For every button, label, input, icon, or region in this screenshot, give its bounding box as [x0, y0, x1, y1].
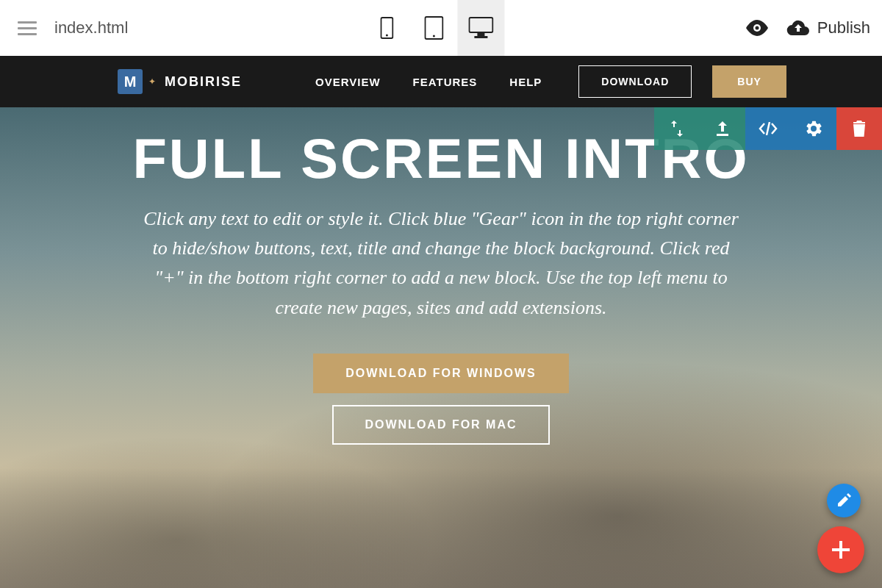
code-block-button[interactable] [745, 107, 791, 150]
fab-add-button[interactable] [817, 526, 864, 573]
svg-rect-6 [474, 36, 487, 38]
nav-link-help[interactable]: HELP [509, 76, 542, 88]
publish-label: Publish [817, 18, 870, 37]
block-toolbar [654, 107, 882, 150]
nav-links: OVERVIEW FEATURES HELP [315, 76, 542, 88]
svg-rect-5 [477, 32, 484, 36]
toolbar-right: Publish [745, 18, 870, 37]
hero-button-group: DOWNLOAD FOR WINDOWS DOWNLOAD FOR MAC [313, 354, 569, 445]
device-toggle-group [363, 0, 504, 56]
save-block-button[interactable] [700, 107, 745, 150]
device-tablet-button[interactable] [410, 0, 457, 56]
svg-point-3 [433, 35, 435, 37]
cloud-upload-icon [786, 19, 810, 37]
device-phone-button[interactable] [363, 0, 410, 56]
hero-description[interactable]: Click any text to edit or style it. Clic… [140, 204, 742, 323]
svg-rect-10 [832, 548, 850, 551]
menu-button[interactable] [12, 15, 43, 41]
fab-edit-button[interactable] [827, 484, 861, 517]
svg-point-1 [386, 35, 388, 37]
logo-rays-icon: ✦ [148, 76, 156, 87]
download-mac-button[interactable]: DOWNLOAD FOR MAC [332, 405, 549, 445]
logo-mark-icon: M [118, 69, 143, 94]
delete-block-button[interactable] [836, 107, 882, 150]
nav-download-button[interactable]: DOWNLOAD [578, 65, 692, 98]
svg-point-8 [755, 26, 759, 30]
svg-rect-4 [469, 18, 492, 32]
filename-label[interactable]: index.html [54, 18, 128, 37]
pencil-icon [836, 493, 851, 508]
site-navbar: M ✦ MOBIRISE OVERVIEW FEATURES HELP DOWN… [0, 56, 882, 107]
nav-link-features[interactable]: FEATURES [413, 76, 478, 88]
nav-link-overview[interactable]: OVERVIEW [315, 76, 381, 88]
hero-block: FULL SCREEN INTRO Click any text to edit… [0, 107, 882, 588]
device-desktop-button[interactable] [457, 0, 504, 56]
brand-logo[interactable]: M ✦ MOBIRISE [118, 69, 242, 94]
nav-buy-button[interactable]: BUY [712, 65, 786, 98]
settings-block-button[interactable] [791, 107, 836, 150]
preview-button[interactable] [745, 20, 769, 36]
publish-button[interactable]: Publish [786, 18, 870, 37]
download-windows-button[interactable]: DOWNLOAD FOR WINDOWS [313, 354, 569, 393]
plus-icon [831, 539, 851, 560]
move-block-button[interactable] [654, 107, 700, 150]
brand-name: MOBIRISE [165, 74, 242, 90]
app-toolbar: index.html Publish [0, 0, 882, 56]
